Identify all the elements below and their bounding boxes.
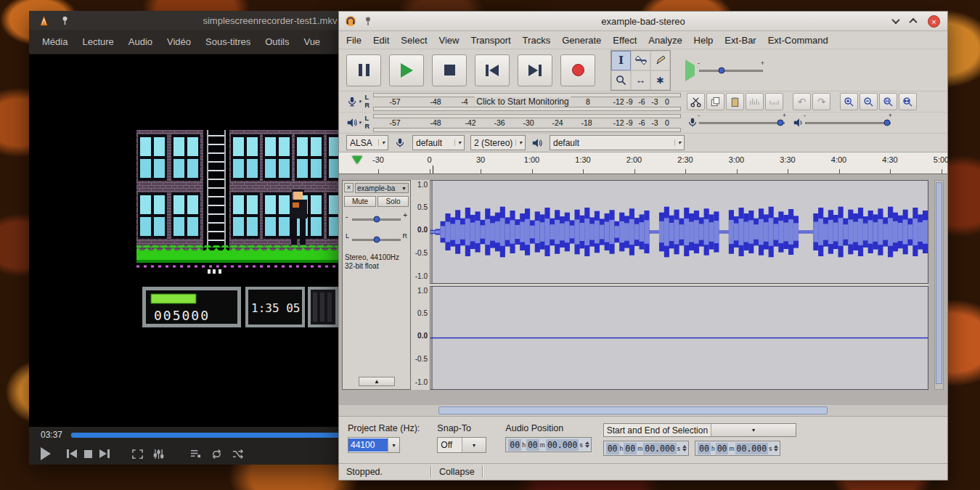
cut-button[interactable] (687, 93, 705, 110)
project-rate-combo[interactable]: 44100▾ (348, 437, 400, 453)
play-at-speed-button[interactable] (685, 65, 695, 75)
vlc-playlist-button[interactable] (189, 449, 202, 460)
menu-ext-command[interactable]: Ext-Command (768, 35, 828, 46)
vlc-play-button[interactable] (41, 447, 51, 460)
redo-button[interactable]: ↷ (812, 93, 830, 110)
vlc-random-button[interactable] (232, 449, 244, 460)
recording-device-select[interactable]: default▾ (412, 135, 465, 150)
vlc-previous-button[interactable] (67, 449, 77, 458)
track-mute-button[interactable]: Mute (344, 196, 376, 207)
menu-edit[interactable]: Edit (373, 35, 389, 46)
track-gain-slider[interactable] (352, 214, 401, 224)
menu-generate[interactable]: Generate (562, 35, 601, 46)
vertical-scrollbar[interactable] (934, 180, 944, 390)
timeline-ruler[interactable]: -300301:001:302:002:303:003:304:004:305:… (339, 152, 947, 174)
undo-button[interactable]: ↶ (793, 93, 811, 110)
multi-tool[interactable]: ∗ (650, 70, 670, 90)
selection-start-time[interactable]: 00h 00m 00.000s (603, 441, 689, 456)
audio-position-time[interactable]: 00h 00m 00.000s (505, 437, 591, 452)
track-pan-slider[interactable] (352, 234, 401, 245)
play-button[interactable] (389, 54, 424, 86)
vertical-ruler-right[interactable]: 1.00.50.0-0.5-1.0 (411, 286, 430, 390)
playback-meter[interactable]: ▾ LR -57-48-42-36-30-24-18-12-9-6-30 (346, 113, 681, 133)
track-close-button[interactable]: × (344, 183, 354, 192)
track-name-menu[interactable]: example-ba▼ (355, 183, 409, 193)
vlc-stop-button[interactable] (84, 449, 92, 458)
snap-to-select[interactable]: Off▾ (437, 437, 486, 453)
horizontal-scrollbar[interactable] (339, 405, 947, 417)
play-speed-slider[interactable]: -+ (699, 64, 763, 77)
menu-select[interactable]: Select (401, 35, 427, 46)
copy-button[interactable] (706, 93, 724, 110)
zoom-selection-button[interactable] (879, 93, 897, 110)
menu-ext-bar[interactable]: Ext-Bar (724, 35, 756, 46)
zoom-in-button[interactable] (840, 93, 858, 110)
vlc-fullscreen-button[interactable] (131, 449, 144, 460)
menu-help[interactable]: Help (694, 35, 714, 46)
time-spinner[interactable] (774, 445, 778, 452)
pin-icon[interactable] (59, 15, 71, 26)
maximize-button[interactable] (909, 18, 917, 26)
vlc-menu-tools[interactable]: Outils (265, 36, 289, 47)
trim-audio-button[interactable] (746, 93, 764, 110)
combo-arrow-icon[interactable]: ▾ (462, 438, 486, 452)
playback-device-select[interactable]: default▾ (550, 135, 685, 150)
time-spinner[interactable] (682, 445, 687, 452)
vlc-extended-settings-button[interactable] (152, 449, 165, 460)
menu-analyze[interactable]: Analyze (648, 35, 682, 46)
vlc-next-button[interactable] (99, 449, 110, 458)
recording-volume-slider[interactable]: -+ (699, 116, 785, 129)
minimize-button[interactable] (891, 16, 899, 24)
menu-view[interactable]: View (439, 35, 460, 46)
vlc-loop-button[interactable] (211, 449, 223, 460)
silence-audio-button[interactable] (765, 93, 783, 110)
playback-volume-slider[interactable]: -+ (805, 116, 891, 129)
recording-channels-select[interactable]: 2 (Stereo)▾ (470, 135, 526, 150)
record-meter-overlay[interactable]: Click to Start Monitoring (474, 97, 571, 107)
meter-scale-number: -36 (494, 118, 505, 127)
horizontal-scrollbar-thumb[interactable] (438, 407, 828, 415)
envelope-tool[interactable] (631, 51, 650, 70)
vlc-menu-audio[interactable]: Audio (128, 36, 152, 47)
draw-tool[interactable] (650, 51, 670, 70)
skip-to-end-button[interactable] (518, 54, 552, 86)
vlc-menu-video[interactable]: Vidéo (167, 36, 191, 47)
vertical-scrollbar-thumb[interactable] (936, 182, 942, 384)
waveform-right[interactable] (430, 286, 928, 390)
paste-button[interactable] (726, 93, 744, 110)
combo-arrow-icon[interactable]: ▾ (711, 424, 796, 436)
recording-meter[interactable]: ▾ LR -57-48-48-12-9-6-30 Click to Start … (346, 92, 681, 112)
vlc-menu-subtitles[interactable]: Sous-titres (205, 36, 250, 47)
track-collapse-button[interactable]: ▲ (359, 377, 395, 386)
close-button[interactable]: × (928, 15, 940, 28)
menu-tracks[interactable]: Tracks (523, 35, 551, 46)
selection-end-time[interactable]: 00h 00m 00.000s (695, 441, 780, 456)
vlc-menu-lecture[interactable]: Lecture (82, 36, 113, 47)
ruler-tick-mark (378, 169, 379, 173)
time-shift-tool[interactable]: ↔ (631, 70, 650, 90)
zoom-out-button[interactable] (859, 93, 878, 110)
pause-button[interactable] (346, 54, 381, 86)
record-button[interactable] (560, 54, 595, 86)
play-head-pin-icon[interactable] (352, 156, 362, 164)
vlc-menu-view[interactable]: Vue (303, 36, 320, 47)
menu-file[interactable]: File (346, 35, 362, 46)
menu-transport[interactable]: Transport (470, 35, 510, 46)
pin-icon[interactable] (364, 16, 372, 26)
waveform-left[interactable] (430, 180, 928, 284)
menu-effect[interactable]: Effect (613, 35, 637, 46)
vertical-ruler-left[interactable]: 1.00.50.0-0.5-1.0 (411, 180, 430, 284)
audio-host-select[interactable]: ALSA▾ (346, 135, 388, 150)
meter-scale-number: 0 (665, 118, 669, 127)
zoom-tool[interactable] (611, 70, 631, 90)
time-spinner[interactable] (585, 441, 589, 448)
vlc-menu-media[interactable]: Média (42, 36, 68, 47)
audacity-title-bar[interactable]: example-bad-stereo × (339, 12, 947, 31)
selection-mode-select[interactable]: Start and End of Selection▾ (603, 423, 796, 437)
stop-button[interactable] (432, 54, 467, 86)
combo-arrow-icon[interactable]: ▾ (388, 438, 399, 452)
track-solo-button[interactable]: Solo (377, 196, 409, 207)
skip-to-start-button[interactable] (475, 54, 510, 86)
zoom-fit-button[interactable] (899, 93, 917, 110)
selection-tool[interactable]: I (611, 51, 631, 70)
